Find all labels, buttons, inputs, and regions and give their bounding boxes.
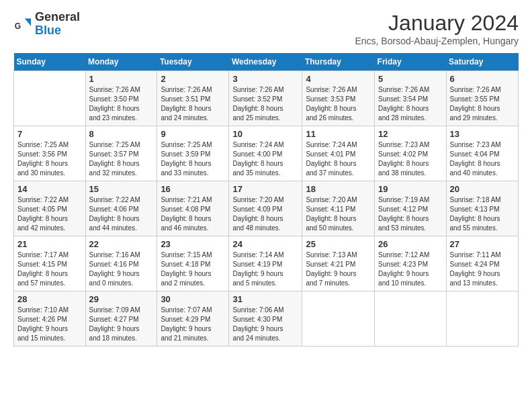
calendar-cell: 5Sunrise: 7:26 AM Sunset: 3:54 PM Daylig…: [375, 71, 446, 126]
calendar-cell: 30Sunrise: 7:07 AM Sunset: 4:29 PM Dayli…: [157, 291, 229, 347]
header-saturday: Saturday: [446, 53, 518, 71]
calendar-cell: 3Sunrise: 7:26 AM Sunset: 3:52 PM Daylig…: [229, 71, 302, 126]
calendar-cell: 12Sunrise: 7:23 AM Sunset: 4:02 PM Dayli…: [375, 126, 446, 181]
calendar-cell: 2Sunrise: 7:26 AM Sunset: 3:51 PM Daylig…: [157, 71, 229, 126]
day-number: 26: [378, 239, 442, 249]
day-info: Sunrise: 7:13 AM Sunset: 4:21 PM Dayligh…: [306, 250, 371, 288]
calendar-cell: 19Sunrise: 7:19 AM Sunset: 4:12 PM Dayli…: [375, 181, 446, 236]
calendar-cell: 18Sunrise: 7:20 AM Sunset: 4:11 PM Dayli…: [302, 181, 375, 236]
calendar-cell: 9Sunrise: 7:25 AM Sunset: 3:59 PM Daylig…: [157, 126, 229, 181]
day-number: 2: [161, 74, 225, 84]
day-info: Sunrise: 7:26 AM Sunset: 3:52 PM Dayligh…: [232, 85, 298, 123]
calendar-cell: 13Sunrise: 7:23 AM Sunset: 4:04 PM Dayli…: [446, 126, 518, 181]
day-number: 17: [232, 184, 298, 194]
day-number: 4: [306, 74, 371, 84]
day-number: 29: [89, 294, 154, 304]
day-info: Sunrise: 7:22 AM Sunset: 4:05 PM Dayligh…: [17, 195, 82, 233]
day-number: 16: [161, 184, 225, 194]
day-number: 18: [306, 184, 371, 194]
day-info: Sunrise: 7:26 AM Sunset: 3:53 PM Dayligh…: [306, 85, 371, 123]
day-info: Sunrise: 7:24 AM Sunset: 4:00 PM Dayligh…: [232, 140, 298, 178]
svg-marker-1: [25, 18, 31, 26]
day-info: Sunrise: 7:26 AM Sunset: 3:55 PM Dayligh…: [450, 85, 515, 123]
day-info: Sunrise: 7:12 AM Sunset: 4:23 PM Dayligh…: [378, 250, 442, 288]
calendar-table: SundayMondayTuesdayWednesdayThursdayFrid…: [13, 53, 519, 347]
header-wednesday: Wednesday: [229, 53, 302, 71]
day-info: Sunrise: 7:19 AM Sunset: 4:12 PM Dayligh…: [378, 195, 442, 233]
day-number: 31: [232, 294, 298, 304]
day-info: Sunrise: 7:24 AM Sunset: 4:01 PM Dayligh…: [306, 140, 371, 178]
calendar-cell: 28Sunrise: 7:10 AM Sunset: 4:26 PM Dayli…: [14, 291, 86, 347]
day-info: Sunrise: 7:10 AM Sunset: 4:26 PM Dayligh…: [17, 306, 82, 343]
day-number: 24: [232, 239, 298, 249]
day-number: 5: [378, 74, 442, 84]
day-info: Sunrise: 7:15 AM Sunset: 4:18 PM Dayligh…: [161, 250, 225, 288]
day-info: Sunrise: 7:18 AM Sunset: 4:13 PM Dayligh…: [450, 195, 515, 233]
header-thursday: Thursday: [302, 53, 375, 71]
day-number: 21: [17, 239, 82, 249]
calendar-cell: 26Sunrise: 7:12 AM Sunset: 4:23 PM Dayli…: [375, 236, 446, 291]
logo: G GeneralBlue: [13, 11, 80, 38]
week-row-1: 1Sunrise: 7:26 AM Sunset: 3:50 PM Daylig…: [14, 71, 519, 126]
calendar-cell: [446, 291, 518, 347]
calendar-cell: 14Sunrise: 7:22 AM Sunset: 4:05 PM Dayli…: [14, 181, 86, 236]
calendar-cell: 7Sunrise: 7:25 AM Sunset: 3:56 PM Daylig…: [14, 126, 86, 181]
header-row: SundayMondayTuesdayWednesdayThursdayFrid…: [14, 53, 519, 71]
week-row-3: 14Sunrise: 7:22 AM Sunset: 4:05 PM Dayli…: [14, 181, 519, 236]
day-number: 1: [89, 74, 154, 84]
day-number: 14: [17, 184, 82, 194]
day-info: Sunrise: 7:06 AM Sunset: 4:30 PM Dayligh…: [232, 306, 298, 343]
day-number: 6: [450, 74, 515, 84]
calendar-cell: 4Sunrise: 7:26 AM Sunset: 3:53 PM Daylig…: [302, 71, 375, 126]
calendar-cell: 8Sunrise: 7:25 AM Sunset: 3:57 PM Daylig…: [85, 126, 157, 181]
svg-text:G: G: [15, 21, 21, 30]
day-number: 8: [89, 129, 154, 139]
day-info: Sunrise: 7:09 AM Sunset: 4:27 PM Dayligh…: [89, 306, 154, 343]
calendar-cell: 23Sunrise: 7:15 AM Sunset: 4:18 PM Dayli…: [157, 236, 229, 291]
day-number: 30: [161, 294, 225, 304]
day-number: 12: [378, 129, 442, 139]
day-number: 3: [232, 74, 298, 84]
day-number: 19: [378, 184, 442, 194]
day-number: 7: [17, 129, 82, 139]
calendar-cell: 17Sunrise: 7:20 AM Sunset: 4:09 PM Dayli…: [229, 181, 302, 236]
day-number: 25: [306, 239, 371, 249]
logo-text: GeneralBlue: [35, 11, 80, 38]
week-row-4: 21Sunrise: 7:17 AM Sunset: 4:15 PM Dayli…: [14, 236, 519, 291]
day-info: Sunrise: 7:25 AM Sunset: 3:56 PM Dayligh…: [17, 140, 82, 178]
day-number: 22: [89, 239, 154, 249]
day-info: Sunrise: 7:26 AM Sunset: 3:51 PM Dayligh…: [161, 85, 225, 123]
day-info: Sunrise: 7:16 AM Sunset: 4:16 PM Dayligh…: [89, 250, 154, 288]
day-info: Sunrise: 7:26 AM Sunset: 3:54 PM Dayligh…: [378, 85, 442, 123]
calendar-cell: 21Sunrise: 7:17 AM Sunset: 4:15 PM Dayli…: [14, 236, 86, 291]
week-row-2: 7Sunrise: 7:25 AM Sunset: 3:56 PM Daylig…: [14, 126, 519, 181]
day-number: 15: [89, 184, 154, 194]
title-block: January 2024 Encs, Borsod-Abauj-Zemplen,…: [355, 11, 519, 46]
day-info: Sunrise: 7:20 AM Sunset: 4:11 PM Dayligh…: [306, 195, 371, 233]
location-subtitle: Encs, Borsod-Abauj-Zemplen, Hungary: [355, 36, 519, 46]
header-friday: Friday: [375, 53, 446, 71]
day-number: 9: [161, 129, 225, 139]
calendar-cell: 16Sunrise: 7:21 AM Sunset: 4:08 PM Dayli…: [157, 181, 229, 236]
day-info: Sunrise: 7:07 AM Sunset: 4:29 PM Dayligh…: [161, 306, 225, 343]
calendar-cell: 24Sunrise: 7:14 AM Sunset: 4:19 PM Dayli…: [229, 236, 302, 291]
calendar-cell: 10Sunrise: 7:24 AM Sunset: 4:00 PM Dayli…: [229, 126, 302, 181]
day-info: Sunrise: 7:26 AM Sunset: 3:50 PM Dayligh…: [89, 85, 154, 123]
calendar-cell: 27Sunrise: 7:11 AM Sunset: 4:24 PM Dayli…: [446, 236, 518, 291]
calendar-cell: 31Sunrise: 7:06 AM Sunset: 4:30 PM Dayli…: [229, 291, 302, 347]
logo-blue-text: Blue: [35, 24, 61, 37]
header-monday: Monday: [85, 53, 157, 71]
day-number: 20: [450, 184, 515, 194]
day-info: Sunrise: 7:20 AM Sunset: 4:09 PM Dayligh…: [232, 195, 298, 233]
day-number: 13: [450, 129, 515, 139]
day-number: 11: [306, 129, 371, 139]
day-info: Sunrise: 7:17 AM Sunset: 4:15 PM Dayligh…: [17, 250, 82, 288]
day-info: Sunrise: 7:23 AM Sunset: 4:02 PM Dayligh…: [378, 140, 442, 178]
calendar-cell: 1Sunrise: 7:26 AM Sunset: 3:50 PM Daylig…: [85, 71, 157, 126]
day-info: Sunrise: 7:21 AM Sunset: 4:08 PM Dayligh…: [161, 195, 225, 233]
day-number: 28: [17, 294, 82, 304]
calendar-cell: 20Sunrise: 7:18 AM Sunset: 4:13 PM Dayli…: [446, 181, 518, 236]
day-info: Sunrise: 7:11 AM Sunset: 4:24 PM Dayligh…: [450, 250, 515, 288]
page-header: G GeneralBlue January 2024 Encs, Borsod-…: [13, 11, 519, 46]
day-number: 23: [161, 239, 225, 249]
